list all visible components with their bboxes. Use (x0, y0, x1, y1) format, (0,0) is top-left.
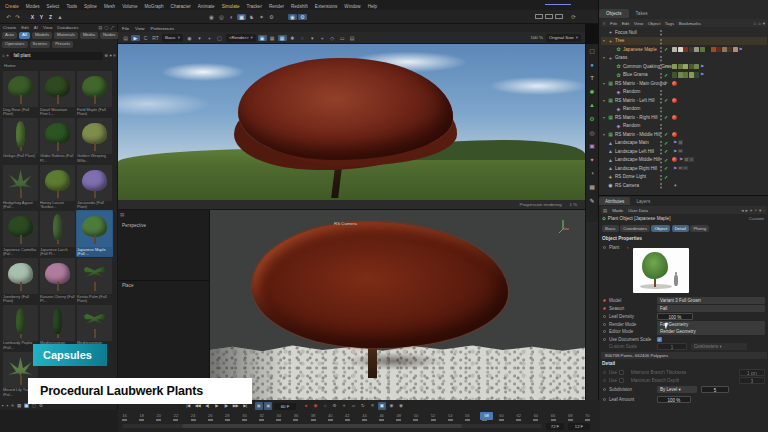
filter-tab[interactable]: Media (80, 32, 98, 39)
visibility-dots[interactable] (660, 30, 662, 32)
render-toolbar-icon[interactable]: ◇ (328, 35, 337, 41)
material-swatch[interactable] (722, 47, 727, 53)
axis-lock-button[interactable]: Z (46, 14, 55, 20)
render-toolbar-icon[interactable]: ○ (298, 35, 307, 41)
enabled-check-icon[interactable]: ✓ (664, 46, 668, 52)
custom-button[interactable]: Custom (749, 216, 764, 221)
enabled-check-icon[interactable]: ✓ (664, 72, 668, 78)
keying-icon[interactable]: ○ (321, 402, 329, 410)
attr-menu[interactable]: Mode (612, 208, 623, 213)
filter-tab[interactable]: Operators (2, 41, 28, 48)
keying-icon[interactable]: + (340, 402, 348, 410)
material-swatch[interactable] (683, 72, 688, 78)
zoom-level[interactable]: 100 % (530, 35, 542, 40)
asset-browser-menu[interactable]: Edit (21, 25, 29, 30)
render-mode-dropdown[interactable]: Full Geometry (657, 321, 765, 328)
material-swatch[interactable] (705, 47, 710, 53)
asset-browser-menu[interactable]: View (43, 25, 52, 30)
filter-tab[interactable]: Presets (52, 41, 73, 48)
render-view-menu[interactable]: Preferences (151, 26, 175, 31)
use-document-scale-checkbox[interactable]: ✓ (657, 337, 662, 342)
object-name[interactable]: Landscape Middle Hill (615, 157, 660, 162)
enabled-check-icon[interactable]: ✓ (664, 165, 668, 171)
menu-item[interactable]: Select (47, 4, 60, 9)
render-toolbar-icon[interactable]: ▭ (338, 35, 347, 41)
tool-strip-icon[interactable]: ● (587, 60, 598, 71)
render-toolbar-icon[interactable]: ▣ (258, 35, 267, 41)
render-mode-dropdown[interactable]: Basic▾ (162, 34, 183, 42)
render-toolbar-icon[interactable]: + (205, 35, 214, 41)
layout-icon[interactable] (545, 14, 553, 19)
keying-icon[interactable]: ⚙ (331, 402, 339, 410)
keying-icon[interactable]: ◉ (312, 402, 320, 410)
enabled-check-icon[interactable]: ✓ (664, 174, 668, 180)
object-name[interactable]: Japanese Maple (623, 47, 657, 52)
playhead[interactable]: 58 (480, 412, 493, 420)
material-swatch[interactable] (672, 47, 677, 53)
object-name[interactable]: Landscape Left Hill (615, 149, 654, 154)
material-swatch[interactable] (683, 64, 688, 70)
menu-item[interactable]: Window (344, 4, 360, 9)
viewport-label-perspective[interactable]: Perspective (122, 223, 146, 228)
object-row[interactable]: ✿ Common Quaking Grass ✓ ⚑ (601, 62, 767, 71)
object-tag-icon[interactable] (678, 140, 683, 145)
visibility-dots[interactable] (660, 81, 662, 83)
material-swatch[interactable] (683, 47, 688, 53)
attr-right-icon[interactable]: ▸ (745, 208, 747, 213)
panel-grid-icon[interactable]: ▤ (120, 212, 124, 217)
object-row[interactable]: ▾ + Tree ⚑ (601, 37, 767, 46)
material-swatch[interactable] (678, 64, 683, 70)
om-menu[interactable]: Edit (622, 21, 630, 26)
axis-lock-button[interactable]: Y (37, 14, 46, 20)
attr-tab-pill[interactable]: Coordinates (620, 225, 650, 232)
param-dot[interactable] (603, 323, 606, 326)
undo-redo-icon[interactable]: ↶ (4, 14, 13, 20)
object-name[interactable]: Tree (615, 38, 624, 43)
perspective-viewport[interactable]: RS Camera (210, 210, 585, 400)
size-dropdown[interactable]: Original Size▾ (546, 34, 581, 42)
object-row[interactable]: ▾ ▦ RS Matrix - Left Hill ✓ ⚑ (601, 96, 767, 105)
material-swatch[interactable] (711, 47, 716, 53)
tool-strip-icon[interactable]: ✎ (587, 196, 598, 207)
render-toolbar-icon[interactable]: ▶ (131, 35, 140, 41)
object-name[interactable]: Random (623, 123, 640, 128)
render-toolbar-icon[interactable]: ▾ (308, 35, 317, 41)
undo-redo-icon[interactable]: ↷ (13, 14, 22, 20)
object-name[interactable]: Random (623, 89, 640, 94)
param-dot[interactable] (603, 398, 606, 401)
object-row[interactable]: ▲ Landscape Left Hill ✓ ⚑ (601, 147, 767, 156)
material-swatch[interactable] (678, 72, 683, 78)
visibility-dots[interactable] (660, 183, 662, 185)
menu-item[interactable]: Render (269, 4, 284, 9)
param-dot[interactable] (603, 371, 606, 374)
asset-item[interactable]: Juneberry (Fall Plant) (2, 257, 39, 304)
object-row[interactable]: ▲ Landscape Middle Hill ✓ ⚑ (601, 156, 767, 165)
enabled-check-icon[interactable]: ✓ (664, 114, 668, 120)
render-toolbar-icon[interactable]: ▾ (195, 35, 204, 41)
current-frame-field[interactable]: 60 F (274, 403, 296, 410)
footer-icon[interactable]: ▪ (2, 403, 4, 408)
object-name[interactable]: RS Dome Light (615, 174, 646, 179)
object-tag-icon[interactable] (678, 166, 683, 171)
attr-menu-icon[interactable]: ▤ (603, 208, 607, 213)
object-row[interactable]: ▾ ▦ RS Matrix - Right Hill ✓ ⚑ (601, 113, 767, 122)
render-toolbar-icon[interactable]: ▦ (268, 35, 277, 41)
subdivision-mode-dropdown[interactable]: By Level ▾ (657, 386, 697, 393)
tool-strip-icon[interactable]: ▢ (587, 46, 598, 57)
menu-item[interactable]: Help (368, 4, 377, 9)
visibility-dots[interactable] (660, 132, 662, 134)
timeline-scrollbar[interactable] (122, 424, 542, 428)
filter-tab[interactable]: Auto (2, 32, 17, 39)
material-swatch[interactable] (716, 47, 721, 53)
asset-item[interactable]: Dwarf Mountain Pine L... (39, 70, 76, 117)
tool-strip-icon[interactable]: ✱ (587, 87, 598, 98)
menu-item[interactable]: Tools (66, 4, 77, 9)
visibility-dots[interactable] (660, 98, 662, 100)
object-row[interactable]: ◉ RS Camera ⚑ ⌖ (601, 181, 767, 190)
object-row[interactable]: ✿ Blue Grama ✓ ⚑ (601, 71, 767, 80)
render-toolbar-icon[interactable]: ◉ (185, 35, 194, 41)
attr-tab-pill[interactable]: Basic (602, 225, 619, 232)
render-toolbar-icon[interactable]: + (318, 35, 327, 41)
keyframe-dot[interactable] (603, 299, 606, 302)
visibility-dots[interactable] (660, 56, 662, 58)
